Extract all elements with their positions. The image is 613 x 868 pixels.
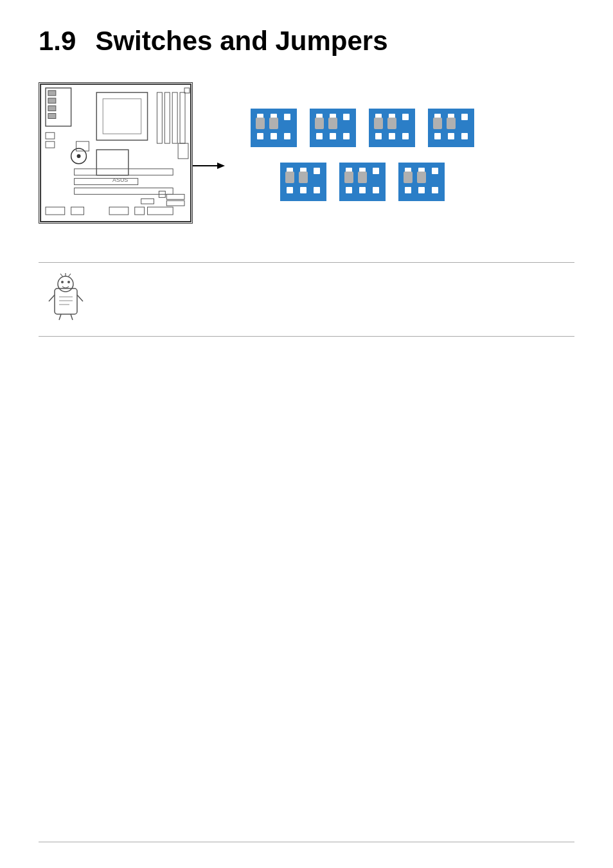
svg-rect-69 [433,118,442,129]
svg-rect-84 [346,187,352,193]
svg-rect-88 [358,172,367,183]
svg-rect-47 [343,114,350,120]
svg-rect-86 [373,187,379,193]
svg-rect-18 [46,207,65,215]
content-area: ASUS [39,82,574,224]
svg-rect-2 [48,91,56,96]
svg-rect-38 [284,114,290,120]
svg-rect-6 [96,93,147,140]
svg-rect-26 [96,150,129,175]
svg-rect-83 [373,168,379,174]
svg-rect-78 [285,172,294,183]
svg-rect-41 [284,133,290,139]
svg-rect-75 [287,187,293,193]
svg-rect-43 [269,118,278,129]
svg-rect-30 [166,200,184,206]
jumper-icon-3 [369,109,415,150]
svg-rect-95 [432,187,438,193]
svg-rect-65 [461,114,468,120]
svg-rect-98 [55,288,77,314]
svg-rect-59 [402,133,409,139]
svg-rect-58 [389,133,395,139]
svg-rect-14 [75,169,173,175]
jumper-icon-6 [339,163,386,204]
svg-rect-77 [314,187,320,193]
svg-line-105 [49,295,55,301]
section-title: Switches and Jumpers [95,26,387,57]
motherboard-diagram: ASUS [39,82,193,224]
note-icon [45,272,90,326]
svg-rect-76 [300,187,306,193]
jumper-icon-7 [398,163,445,204]
svg-rect-15 [75,179,138,185]
svg-rect-19 [71,207,84,215]
svg-rect-74 [314,168,320,174]
svg-rect-50 [343,133,350,139]
svg-rect-66 [434,133,441,139]
svg-rect-56 [402,114,409,120]
svg-rect-51 [315,118,324,129]
diagram-arrow [193,161,225,164]
svg-rect-67 [448,133,454,139]
svg-point-100 [61,281,64,283]
svg-rect-24 [46,132,55,139]
svg-rect-10 [157,93,162,143]
svg-rect-39 [257,133,263,139]
svg-rect-20 [109,207,129,215]
bottom-divider [39,842,574,842]
svg-rect-40 [271,133,277,139]
svg-line-102 [60,274,63,277]
svg-rect-29 [166,194,184,199]
svg-rect-21 [135,207,145,215]
svg-rect-93 [405,187,411,193]
svg-point-101 [67,281,70,283]
svg-text:ASUS: ASUS [112,177,128,183]
note-section [39,262,574,337]
jumper-icon-2 [310,109,356,150]
svg-line-111 [71,314,73,320]
svg-rect-12 [172,93,177,143]
svg-rect-27 [178,143,188,159]
svg-line-106 [77,295,83,301]
svg-rect-13 [180,93,185,143]
svg-rect-3 [48,98,56,103]
svg-rect-0 [40,84,191,222]
jumper-icon-5 [280,163,326,204]
svg-rect-79 [299,172,308,183]
jumpers-area [251,89,474,224]
svg-rect-25 [46,141,55,148]
svg-rect-87 [344,172,353,183]
svg-rect-5 [48,114,56,119]
svg-rect-97 [417,172,426,183]
svg-line-110 [59,314,61,320]
svg-point-9 [77,154,81,158]
jumper-icon-4 [428,109,474,150]
svg-rect-94 [418,187,425,193]
section-number: 1.9 [39,26,76,57]
svg-rect-68 [461,133,468,139]
jumpers-row-1 [251,109,474,150]
svg-rect-31 [141,199,154,204]
svg-rect-57 [375,133,382,139]
svg-rect-85 [359,187,366,193]
page-header: 1.9 Switches and Jumpers [39,26,574,57]
svg-rect-70 [447,118,456,129]
svg-rect-96 [404,172,413,183]
svg-rect-7 [103,99,141,134]
svg-marker-34 [217,163,225,169]
svg-rect-61 [387,118,396,129]
svg-rect-11 [164,93,170,143]
svg-rect-52 [328,118,337,129]
svg-rect-22 [148,207,173,215]
svg-line-104 [68,274,71,277]
svg-rect-4 [48,106,56,111]
svg-point-99 [58,276,73,292]
svg-rect-16 [75,188,173,195]
svg-rect-48 [316,133,323,139]
svg-rect-92 [432,168,438,174]
jumper-icon-1 [251,109,297,150]
svg-rect-49 [330,133,336,139]
svg-rect-60 [374,118,383,129]
svg-rect-42 [256,118,265,129]
jumpers-row-2 [251,163,474,204]
